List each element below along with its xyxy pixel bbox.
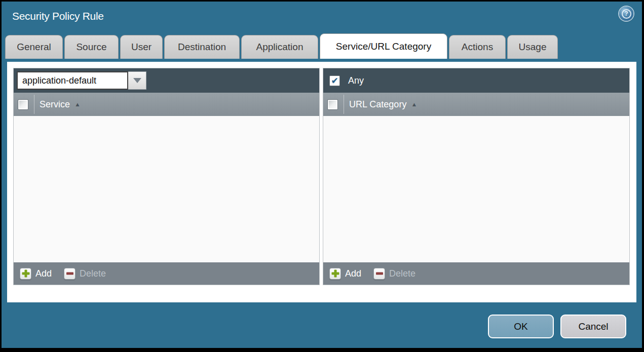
url-category-panel-header: ✔ Any (323, 68, 629, 93)
service-column-label[interactable]: Service (40, 99, 70, 110)
service-panel-footer: Add Delete (14, 262, 319, 285)
service-list[interactable] (14, 116, 319, 262)
url-category-select-all-checkbox[interactable] (327, 99, 338, 110)
url-category-panel: ✔ Any URL Category ▲ Add Delete (323, 68, 630, 285)
minus-icon (64, 268, 75, 280)
service-panel-header (14, 68, 319, 93)
tab-actions[interactable]: Actions (449, 35, 506, 59)
service-type-input[interactable] (17, 71, 128, 90)
any-checkbox[interactable]: ✔ (329, 75, 340, 86)
url-category-list[interactable] (323, 116, 629, 262)
minus-icon (373, 268, 385, 280)
tab-content-area: Service ▲ Add Delete ✔ Any (7, 62, 636, 302)
plus-icon (329, 268, 341, 280)
tab-service-url-category[interactable]: Service/URL Category (320, 33, 447, 59)
tab-user[interactable]: User (120, 35, 163, 59)
delete-button-label: Delete (389, 268, 415, 279)
tab-usage[interactable]: Usage (507, 35, 558, 59)
sort-ascending-icon[interactable]: ▲ (74, 101, 81, 108)
dialog-title: Security Policy Rule (12, 9, 104, 24)
service-select-all-checkbox[interactable] (18, 99, 28, 110)
add-button-label: Add (35, 268, 52, 279)
service-column-header: Service ▲ (14, 93, 319, 116)
service-type-dropdown (17, 71, 146, 90)
column-separator (344, 95, 344, 114)
ok-button[interactable]: OK (488, 315, 554, 338)
url-category-add-button[interactable]: Add (329, 268, 361, 280)
service-delete-button[interactable]: Delete (64, 268, 106, 280)
sort-ascending-icon[interactable]: ▲ (411, 101, 417, 108)
column-separator (34, 95, 34, 114)
add-button-label: Add (345, 268, 361, 279)
security-policy-rule-dialog: Security Policy Rule ? General Source Us… (2, 2, 642, 348)
delete-button-label: Delete (80, 268, 106, 279)
any-checkbox-label[interactable]: Any (348, 75, 364, 86)
url-category-column-header: URL Category ▲ (323, 93, 629, 116)
url-category-panel-footer: Add Delete (323, 262, 629, 285)
service-panel: Service ▲ Add Delete (13, 68, 320, 285)
url-category-delete-button[interactable]: Delete (373, 268, 415, 280)
service-type-dropdown-button[interactable] (128, 71, 146, 90)
cancel-button[interactable]: Cancel (560, 315, 626, 338)
help-icon[interactable]: ? (619, 7, 633, 21)
service-add-button[interactable]: Add (20, 268, 52, 280)
tab-application[interactable]: Application (241, 35, 318, 59)
tab-bar: General Source User Destination Applicat… (5, 33, 638, 59)
plus-icon (20, 268, 31, 280)
url-category-column-label[interactable]: URL Category (349, 99, 406, 110)
question-mark-icon: ? (622, 9, 631, 19)
tab-source[interactable]: Source (64, 35, 119, 59)
chevron-down-icon (133, 78, 141, 83)
tab-destination[interactable]: Destination (164, 35, 240, 59)
tab-general[interactable]: General (5, 35, 63, 59)
